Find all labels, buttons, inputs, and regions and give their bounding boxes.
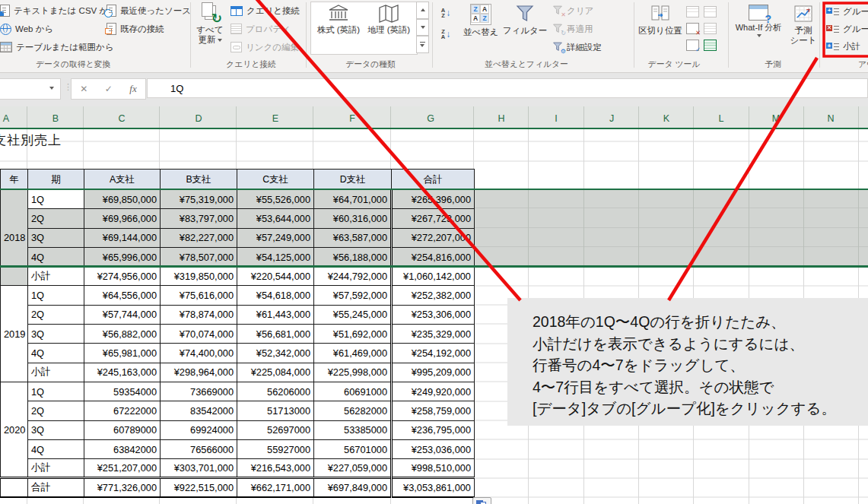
table-cell[interactable]: ¥254,192,000 <box>392 344 475 363</box>
gallery-scroll-up-button[interactable] <box>416 2 429 19</box>
table-cell[interactable]: 3Q <box>28 325 84 344</box>
table-cell[interactable]: ¥251,207,000 <box>84 459 161 478</box>
table-cell[interactable]: ¥1,060,142,000 <box>392 267 475 286</box>
enter-icon[interactable]: ✓ <box>105 84 113 94</box>
subtotal-button[interactable]: 小計 <box>826 38 868 55</box>
table-header-cell[interactable]: 合計 <box>392 170 475 190</box>
cancel-icon[interactable]: ✕ <box>80 84 87 94</box>
table-cell[interactable]: ¥245,163,000 <box>84 363 161 382</box>
sheet-title-cell[interactable]: 支社別売上 <box>0 132 62 149</box>
table-cell[interactable]: 53385000 <box>314 420 392 439</box>
table-cell[interactable]: 小計 <box>28 459 84 478</box>
year-cell[interactable]: 2019 <box>1 286 28 382</box>
sort-button[interactable]: ZAAZ 並べ替え <box>459 2 502 56</box>
table-header-cell[interactable]: 期 <box>28 170 84 190</box>
name-box[interactable] <box>0 78 61 100</box>
table-header-cell[interactable]: 年 <box>1 170 28 190</box>
table-cell[interactable]: ¥63,587,000 <box>314 228 392 247</box>
table-cell[interactable]: 合計 <box>28 478 84 497</box>
table-cell[interactable]: ¥75,319,000 <box>161 190 237 209</box>
col-header-H[interactable]: H <box>498 113 504 124</box>
table-cell[interactable]: 51713000 <box>237 401 314 420</box>
table-cell[interactable]: ¥697,849,000 <box>314 478 392 497</box>
col-header-B[interactable]: B <box>52 113 59 124</box>
table-cell[interactable]: ¥662,171,000 <box>237 478 314 497</box>
table-cell[interactable]: ¥274,956,000 <box>84 267 161 286</box>
refresh-all-button[interactable]: すべて 更新 <box>192 2 228 56</box>
consolidate-icon[interactable] <box>704 23 717 34</box>
text-to-columns-button[interactable]: 区切り位置 <box>637 2 683 56</box>
existing-connections-button[interactable]: 既存の接続 <box>107 21 164 37</box>
table-cell[interactable]: ¥319,850,000 <box>161 267 237 286</box>
table-cell[interactable]: 76566000 <box>161 439 237 458</box>
data-validation-icon[interactable]: ✓ <box>686 40 699 51</box>
col-header-G[interactable]: G <box>427 113 434 124</box>
col-header-N[interactable]: N <box>827 113 834 124</box>
table-cell[interactable]: 56206000 <box>237 382 314 401</box>
from-text-csv-button[interactable]: テキストまたは CSV から <box>0 2 117 19</box>
table-header-cell[interactable]: D支社 <box>314 170 392 190</box>
edit-links-button[interactable]: リンクの編集 <box>231 39 299 55</box>
table-cell[interactable]: ¥998,510,000 <box>392 459 475 478</box>
table-cell[interactable]: ¥272,207,000 <box>392 228 475 247</box>
active-cell[interactable]: 1Q <box>28 190 84 209</box>
table-cell[interactable]: 3Q <box>28 420 84 439</box>
table-cell[interactable]: ¥254,816,000 <box>392 247 475 266</box>
table-cell[interactable]: 59354000 <box>84 382 161 401</box>
table-cell[interactable]: ¥258,759,000 <box>392 401 475 420</box>
table-cell[interactable]: 83542000 <box>161 401 237 420</box>
table-cell[interactable]: ¥56,188,000 <box>314 247 392 266</box>
table-cell[interactable]: ¥225,998,000 <box>314 363 392 382</box>
table-cell[interactable]: ¥70,074,000 <box>161 325 237 344</box>
table-cell[interactable]: 67222000 <box>84 401 161 420</box>
paste-options-button[interactable] <box>472 497 491 504</box>
relationships-icon[interactable] <box>704 6 717 17</box>
table-cell[interactable]: ¥69,850,000 <box>84 190 161 209</box>
table-cell[interactable]: ¥252,382,000 <box>392 286 475 305</box>
table-cell[interactable]: ¥225,084,000 <box>237 363 314 382</box>
year-cell[interactable]: 2020 <box>1 382 28 477</box>
table-cell[interactable]: ¥244,792,000 <box>314 267 392 286</box>
table-cell[interactable]: ¥249,920,000 <box>392 382 475 401</box>
table-cell[interactable]: ¥69,966,000 <box>84 209 161 228</box>
table-cell[interactable]: ¥61,469,000 <box>314 344 392 363</box>
table-cell[interactable]: 52697000 <box>237 420 314 439</box>
col-header-L[interactable]: L <box>719 113 724 124</box>
table-cell[interactable]: 2Q <box>28 305 84 324</box>
clear-filter-button[interactable]: ✕ クリア <box>552 2 593 19</box>
table-cell[interactable]: ¥56,882,000 <box>84 325 161 344</box>
filter-button[interactable]: フィルター <box>504 2 546 56</box>
properties-button[interactable]: プロパティ <box>231 21 291 37</box>
what-if-analysis-button[interactable]: What-If 分析 <box>730 2 787 56</box>
table-cell[interactable]: ¥253,036,000 <box>392 439 475 458</box>
table-cell[interactable]: 1Q <box>28 286 84 305</box>
table-cell[interactable]: ¥54,618,000 <box>237 286 314 305</box>
group-rows-button[interactable]: グループ化 <box>826 3 868 20</box>
ungroup-rows-button[interactable]: グループ解除 <box>826 21 868 37</box>
table-cell[interactable]: ¥303,701,000 <box>161 459 237 478</box>
data-model-icon[interactable] <box>704 40 717 51</box>
table-cell[interactable]: ¥54,125,000 <box>237 247 314 266</box>
table-cell[interactable]: 69924000 <box>161 420 237 439</box>
table-cell[interactable]: ¥60,316,000 <box>314 209 392 228</box>
table-cell[interactable]: ¥3,053,861,000 <box>392 478 475 497</box>
table-cell[interactable]: 63842000 <box>84 439 161 458</box>
table-cell[interactable]: 60789000 <box>84 420 161 439</box>
col-header-F[interactable]: F <box>349 113 355 124</box>
table-header-cell[interactable]: C支社 <box>237 170 314 190</box>
table-cell[interactable]: ¥53,644,000 <box>237 209 314 228</box>
table-cell[interactable]: ¥78,874,000 <box>161 305 237 324</box>
col-header-J[interactable]: J <box>609 113 614 124</box>
table-cell[interactable]: 73669000 <box>161 382 237 401</box>
table-cell[interactable]: ¥267,723,000 <box>392 209 475 228</box>
table-cell[interactable]: ¥78,507,000 <box>161 247 237 266</box>
table-cell[interactable]: 60691000 <box>314 382 392 401</box>
year-cell[interactable]: 2018 <box>1 190 28 286</box>
table-cell[interactable]: 小計 <box>28 363 84 382</box>
name-box-dropdown-icon[interactable] <box>49 87 54 90</box>
table-cell[interactable]: ¥771,326,000 <box>84 478 161 497</box>
table-cell[interactable]: ¥64,701,000 <box>314 190 392 209</box>
table-cell[interactable]: ¥57,744,000 <box>84 305 161 324</box>
table-cell[interactable]: ¥64,556,000 <box>84 286 161 305</box>
table-header-cell[interactable]: B支社 <box>161 170 237 190</box>
